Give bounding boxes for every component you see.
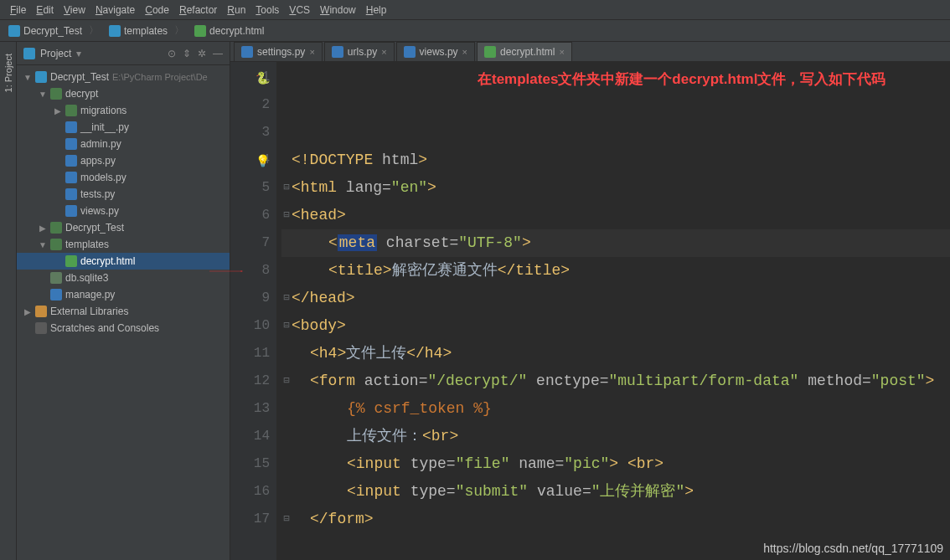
menu-navigate[interactable]: Navigate [90,4,140,16]
code-line[interactable]: ⊟</head> [281,285,950,312]
tree-arrow[interactable]: ▼ [23,73,32,82]
code-line[interactable]: {% csrf_token %} [281,395,950,423]
code-line[interactable]: <meta charset="UTF-8"> [281,229,950,257]
tree-item[interactable]: __init__.py [17,119,230,136]
tree-label: decrypt [65,88,98,100]
code-line[interactable]: <input type="file" name="pic"> <br> [281,450,950,478]
tree-item[interactable]: Scratches and Consoles [17,320,230,337]
line-number: 6 [230,202,270,229]
python-icon: 🐍 [256,65,270,93]
tree-label: apps.py [80,155,116,167]
fold-icon[interactable]: ⊟ [281,506,292,533]
code-line[interactable]: 上传文件：<br> [281,423,950,450]
code-line[interactable]: <!DOCTYPE html> [281,146,950,174]
menu-tools[interactable]: Tools [250,4,284,16]
line-number: 12 [230,367,270,395]
bulb-icon[interactable]: 💡 [256,148,270,176]
html-icon [65,255,77,267]
gear-icon[interactable]: ✲ [198,48,206,59]
dropdown-icon[interactable]: ▾ [76,48,81,59]
menu-window[interactable]: Window [315,4,361,16]
menu-run[interactable]: Run [222,4,250,16]
menu-view[interactable]: View [59,4,90,16]
tree-label: migrations [80,105,126,116]
menu-refactor[interactable]: Refactor [174,4,222,16]
code-line[interactable]: ⊟<body> [281,312,950,340]
line-gutter: 🐍 💡 1234567891011121314151617 [230,62,276,560]
line-number: 13 [230,395,270,423]
menu-code[interactable]: Code [140,4,174,16]
close-tab-icon[interactable]: × [462,47,467,57]
tree-item[interactable]: decrypt.html [17,253,230,270]
breadcrumb-item[interactable]: decrypt.html [191,25,267,37]
tree-item[interactable]: ▶External Libraries [17,303,230,320]
tree-arrow[interactable]: ▼ [39,90,47,99]
hide-icon[interactable]: — [213,48,223,59]
tree-label: views.py [80,205,119,217]
py-icon [65,172,77,183]
tree-label: External Libraries [50,306,128,317]
close-tab-icon[interactable]: × [309,47,314,57]
folder-opn-icon [50,222,62,234]
line-number: 15 [230,450,270,478]
tree-item[interactable]: ▼templates [17,236,230,253]
fold-icon[interactable]: ⊟ [281,202,292,229]
collapse-icon[interactable]: ⇕ [183,48,191,59]
editor-tab[interactable]: urls.py× [324,42,395,61]
fold-icon[interactable]: ⊟ [281,312,292,340]
target-icon[interactable]: ⊙ [168,48,176,59]
tree-item[interactable]: models.py [17,169,230,186]
editor-tab[interactable]: decrypt.html× [477,42,572,61]
menu-help[interactable]: Help [361,4,392,16]
line-number: 3 [230,119,270,146]
line-number: 17 [230,506,270,533]
code-line[interactable]: ⊟<html lang="en"> [281,174,950,202]
code-line[interactable]: <input type="submit" value="上传并解密"> [281,478,950,506]
tree-item[interactable]: ▶migrations [17,102,230,119]
py-icon [65,205,77,217]
breadcrumb-item[interactable]: Decrypt_Test〉 [5,23,102,38]
folder-icon [35,71,47,83]
close-tab-icon[interactable]: × [381,47,386,57]
menu-edit[interactable]: Edit [31,4,59,16]
tree-item[interactable]: ▼decrypt [17,85,230,102]
code-line[interactable]: ⊟<form action="/decrypt/" enctype="multi… [281,367,950,395]
watermark: https://blog.csdn.net/qq_17771109 [763,542,943,555]
editor-tab[interactable]: settings.py× [234,42,323,61]
tree-item[interactable]: admin.py [17,136,230,152]
lib-icon [35,306,47,317]
fold-icon[interactable]: ⊟ [281,367,292,395]
folder-icon [8,25,20,37]
line-number: 10 [230,312,270,340]
breadcrumb-item[interactable]: templates〉 [106,23,188,38]
folder-opn-icon [50,88,62,100]
code-line[interactable]: ⊟</form> [281,506,950,533]
code-content[interactable]: 在templates文件夹中新建一个decrypt.html文件，写入如下代码 … [276,62,950,560]
code-line[interactable]: <h4>文件上传</h4> [281,340,950,367]
close-tab-icon[interactable]: × [559,47,564,57]
editor-tab[interactable]: views.py× [396,42,475,61]
sidebar-title: Project [40,48,71,59]
project-tool-button[interactable]: 1: Project [3,47,13,99]
tree-item[interactable]: ▼Decrypt_Test E:\PyCharm Project\De [17,69,230,85]
tree-arrow[interactable]: ▶ [54,106,62,116]
tree-item[interactable]: tests.py [17,186,230,203]
tree-arrow[interactable]: ▶ [39,223,47,233]
code-line[interactable]: ⊟<head> [281,202,950,229]
code-line[interactable]: <title>解密亿赛通文件</title> [281,257,950,285]
tree-item[interactable]: manage.py [17,286,230,303]
menu-file[interactable]: File [5,4,31,16]
tree-arrow[interactable]: ▼ [39,240,47,249]
tree-item[interactable]: views.py [17,203,230,219]
line-number: 11 [230,340,270,367]
tree-item[interactable]: ▶Decrypt_Test [17,219,230,236]
menu-vcs[interactable]: VCS [284,4,315,16]
breadcrumb-bar: Decrypt_Test〉templates〉decrypt.html [0,20,950,42]
tree-item[interactable]: db.sqlite3 [17,270,230,286]
fold-icon[interactable]: ⊟ [281,285,292,312]
tree-arrow[interactable]: ▶ [23,307,32,316]
fold-icon[interactable]: ⊟ [281,174,292,202]
editor-tabs: settings.py×urls.py×views.py×decrypt.htm… [230,42,950,62]
tree-item[interactable]: apps.py [17,152,230,169]
code-editor[interactable]: 🐍 💡 1234567891011121314151617 在templates… [230,62,950,560]
